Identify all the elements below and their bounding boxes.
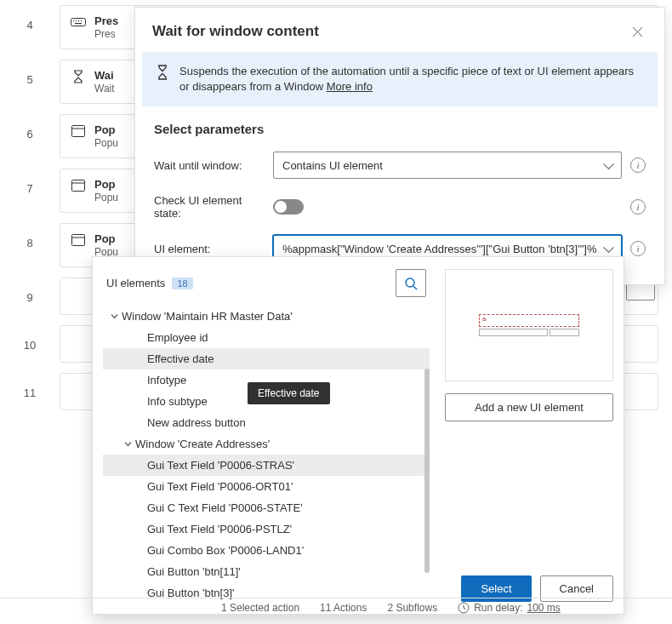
info-icon[interactable]: i [630, 157, 646, 173]
wait-until-dropdown[interactable]: Contains UI element [273, 152, 622, 179]
tree-item-infotype[interactable]: Infotype [103, 369, 430, 391]
tree-item-new-address[interactable]: New address button [103, 412, 430, 433]
element-preview: a [445, 269, 613, 381]
tree-item-btn11[interactable]: Gui Button 'btn[11]' [103, 561, 430, 582]
wait-for-window-dialog: Wait for window content Suspends the exe… [134, 7, 665, 285]
tree-item-pstlz[interactable]: Gui Text Field 'P0006-PSTLZ' [103, 518, 430, 540]
window-icon [71, 232, 86, 248]
tree-window-node[interactable]: Window 'Create Addresses' [103, 433, 430, 455]
window-icon [71, 178, 86, 193]
ui-element-label: UI element: [154, 243, 265, 255]
elements-count-badge: 18 [172, 278, 192, 289]
step-number: 5 [0, 60, 60, 86]
picker-title: UI elements [106, 277, 165, 289]
add-ui-element-button[interactable]: Add a new UI element [445, 393, 613, 421]
svg-rect-0 [71, 19, 86, 26]
dialog-title: Wait for window content [152, 23, 319, 40]
tree-label: Window 'Maintain HR Master Data' [122, 310, 293, 323]
more-info-link[interactable]: More info [327, 80, 373, 93]
tree-item-ort01[interactable]: Gui Text Field 'P0006-ORT01' [103, 476, 430, 497]
status-selected: 1 Selected action [221, 602, 299, 614]
svg-rect-1 [75, 23, 82, 24]
tree-window-node[interactable]: Window 'Maintain HR Master Data' [103, 306, 430, 327]
hourglass-icon [156, 65, 169, 83]
scrollbar[interactable] [424, 369, 430, 573]
tree-item-effective-date[interactable]: Effective date [103, 348, 430, 369]
wait-until-label: Wait until window: [154, 159, 265, 172]
ui-elements-picker: UI elements 18 Window 'Maintain HR Maste… [92, 256, 624, 615]
step-number: 10 [0, 325, 60, 352]
svg-rect-10 [72, 235, 85, 246]
status-rundelay: Run delay: 100 ms [458, 602, 561, 614]
tree-item-land1[interactable]: Gui Combo Box 'P0006-LAND1' [103, 540, 430, 561]
info-banner: Suspends the execution of the automation… [142, 52, 658, 106]
svg-line-13 [413, 286, 417, 289]
dropdown-value: Contains UI element [282, 159, 383, 172]
dropdown-value: %appmask["Window 'Create Addresses'"]["G… [282, 243, 596, 255]
step-number: 8 [0, 223, 60, 249]
tree-label: Window 'Create Addresses' [135, 438, 270, 450]
check-state-toggle[interactable] [273, 199, 304, 215]
svg-rect-2 [73, 20, 74, 21]
search-button[interactable] [396, 269, 426, 297]
tree-item-employee-id[interactable]: Employee id [103, 327, 430, 348]
info-icon[interactable]: i [630, 199, 646, 215]
svg-rect-3 [76, 20, 77, 21]
step-number: 4 [0, 5, 60, 31]
svg-point-12 [406, 278, 414, 287]
svg-rect-5 [81, 20, 82, 21]
step-number: 6 [0, 114, 60, 140]
svg-rect-4 [78, 20, 79, 21]
check-state-label: Check UI element state: [154, 194, 265, 220]
svg-rect-8 [72, 180, 85, 192]
params-heading: Select parameters [154, 122, 646, 136]
keyboard-icon [71, 14, 86, 30]
svg-rect-6 [72, 126, 85, 137]
close-icon[interactable] [627, 21, 647, 42]
tree-item-state[interactable]: Gui C Text Field 'P0006-STATE' [103, 497, 430, 518]
tree-item-stras[interactable]: Gui Text Field 'P0006-STRAS' [103, 455, 430, 476]
chevron-down-icon [123, 440, 132, 449]
info-icon[interactable]: i [630, 241, 646, 256]
window-icon [71, 123, 86, 139]
chevron-down-icon [110, 312, 118, 321]
status-actions: 11 Actions [320, 602, 367, 614]
step-number: 9 [0, 278, 60, 304]
tree-item-info-subtype[interactable]: Info subtype [103, 391, 430, 412]
step-number: 11 [0, 373, 60, 399]
rundelay-value-link[interactable]: 100 ms [527, 602, 561, 614]
hourglass-icon [71, 69, 86, 84]
clock-icon [458, 602, 470, 614]
status-bar: 1 Selected action 11 Actions 2 Subflows … [0, 598, 672, 617]
status-subflows: 2 Subflows [387, 602, 437, 614]
elements-tree: Window 'Maintain HR Master Data' Employe… [103, 306, 430, 602]
info-text: Suspends the execution of the automation… [179, 64, 644, 94]
step-number: 7 [0, 169, 60, 195]
